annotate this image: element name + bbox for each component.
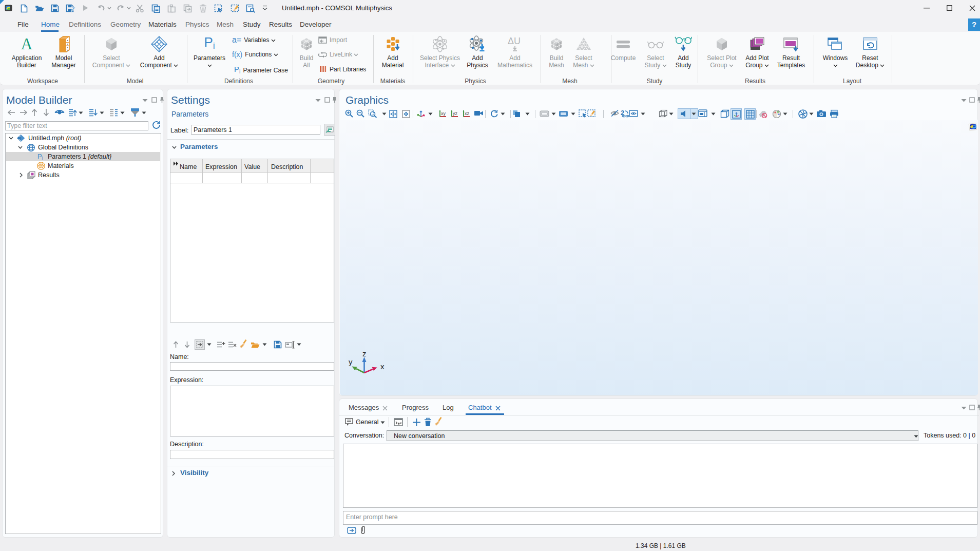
svg-text:z: z [362, 351, 367, 358]
svg-text:yz: yz [453, 111, 458, 116]
svg-text:xy: xy [441, 111, 446, 116]
svg-text:ΔU: ΔU [508, 36, 521, 46]
svg-text:y: y [349, 357, 353, 366]
svg-text:xz: xz [465, 111, 470, 116]
svg-text:x: x [380, 362, 385, 371]
